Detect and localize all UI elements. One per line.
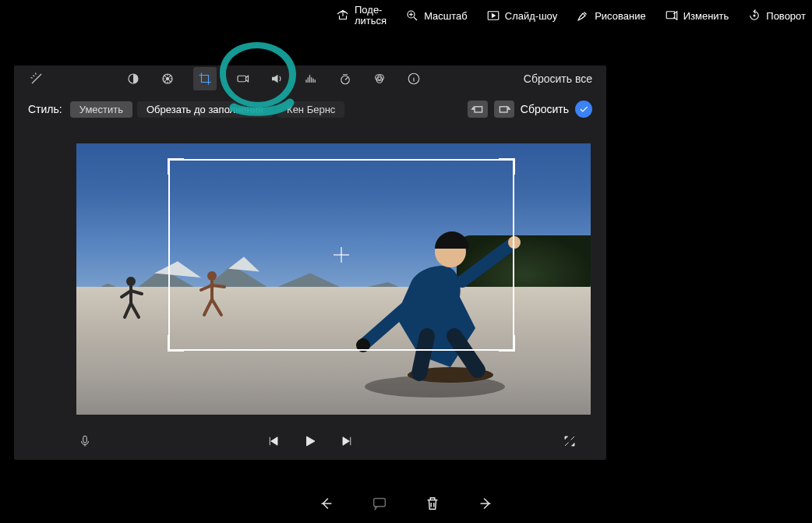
volume-button[interactable] <box>268 70 285 87</box>
svg-point-6 <box>166 77 170 81</box>
zoom-label: Масштаб <box>424 10 468 22</box>
next-button[interactable] <box>339 433 356 450</box>
svg-rect-23 <box>374 499 386 507</box>
bottom-nav <box>0 484 812 523</box>
rotate-cw-button[interactable] <box>494 101 514 118</box>
crop-to-fill-option[interactable]: Обрезать до заполнения <box>137 101 273 118</box>
crop-style-row: Стиль: Уместить Обрезать до заполнения К… <box>14 97 606 122</box>
video-viewer[interactable] <box>76 143 591 415</box>
draw-button[interactable]: Рисование <box>576 9 645 23</box>
zoom-button[interactable]: Масштаб <box>405 9 468 23</box>
crop-handle-tl[interactable] <box>168 158 184 175</box>
color-balance-button[interactable] <box>125 70 142 87</box>
transport-bar <box>14 422 606 460</box>
nav-comment-button[interactable] <box>371 495 388 512</box>
rotate-button[interactable]: Поворот <box>747 9 806 23</box>
video-inspector-panel: Сбросить все Стиль: Уместить Обрезать до… <box>14 65 606 460</box>
speed-button[interactable] <box>337 70 354 87</box>
svg-rect-22 <box>83 436 87 443</box>
crop-style-segment: Уместить Обрезать до заполнения Кен Берн… <box>70 101 345 118</box>
crop-reset-button[interactable]: Сбросить <box>521 103 569 115</box>
skater-bg-1 <box>115 274 147 328</box>
prev-button[interactable] <box>264 433 281 450</box>
ken-burns-option[interactable]: Кен Бернс <box>277 101 344 118</box>
fit-option[interactable]: Уместить <box>70 101 132 118</box>
draw-label: Рисование <box>595 10 645 22</box>
info-button[interactable] <box>405 70 422 87</box>
play-button[interactable] <box>302 433 319 450</box>
crop-handle-bl[interactable] <box>168 335 184 352</box>
voiceover-button[interactable] <box>76 433 94 450</box>
nav-forward-button[interactable] <box>477 495 494 512</box>
crop-center-cross <box>334 247 349 263</box>
svg-point-3 <box>754 15 756 17</box>
slideshow-button[interactable]: Слайд-шоу <box>486 9 557 23</box>
svg-rect-7 <box>238 76 246 82</box>
edit-label: Изменить <box>683 10 729 22</box>
rotate-icon <box>747 9 761 23</box>
nav-delete-button[interactable] <box>424 495 441 512</box>
nav-back-button[interactable] <box>318 495 335 512</box>
share-label: Поде- литься <box>355 5 387 27</box>
svg-rect-14 <box>500 107 507 112</box>
noise-eq-button[interactable] <box>302 70 320 87</box>
crop-handle-br[interactable] <box>499 335 515 352</box>
svg-rect-13 <box>475 107 482 112</box>
rotate-ccw-button[interactable] <box>468 101 488 118</box>
edit-button[interactable]: Изменить <box>665 9 729 23</box>
auto-enhance-button[interactable] <box>28 70 45 87</box>
rotate-label: Поворот <box>766 10 806 22</box>
reset-all-button[interactable]: Сбросить все <box>524 65 592 92</box>
crop-rectangle[interactable] <box>168 159 514 351</box>
inspector-toolbar: Сбросить все <box>14 65 606 92</box>
stabilization-button[interactable] <box>234 70 251 87</box>
share-button[interactable]: Поде- литься <box>336 5 387 27</box>
draw-icon <box>576 9 590 23</box>
zoom-icon <box>405 9 419 23</box>
style-label: Стиль: <box>28 103 62 115</box>
system-toolbar: Поде- литься Масштаб Слайд-шоу Рисование <box>0 0 812 31</box>
color-filter-button[interactable] <box>371 70 388 87</box>
share-icon <box>336 9 350 23</box>
apply-button[interactable] <box>575 101 592 118</box>
slideshow-label: Слайд-шоу <box>505 10 557 22</box>
crop-button[interactable] <box>193 67 217 90</box>
crop-handle-tr[interactable] <box>499 158 515 175</box>
fullscreen-button[interactable] <box>561 433 578 450</box>
edit-icon <box>665 9 679 23</box>
color-correction-button[interactable] <box>159 70 176 87</box>
slideshow-icon <box>486 9 500 23</box>
